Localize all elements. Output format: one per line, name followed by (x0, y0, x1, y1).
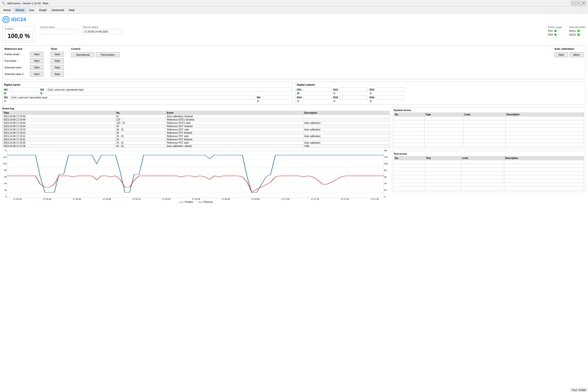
do11-led (578, 30, 580, 32)
di-row1: DI1 DI2 (4, 88, 291, 94)
ref-solenoid-start-btn[interactable]: Start (30, 65, 44, 70)
test-error-row (394, 186, 584, 190)
sys-col-level: Level (463, 113, 506, 116)
di3-input[interactable] (10, 95, 255, 100)
sys-error-row (394, 116, 584, 120)
power-supply-label: Power supply (548, 26, 562, 28)
time-on-device-input[interactable] (82, 29, 122, 34)
legend-pressure: Pressure (198, 201, 213, 203)
event-name: Reference PST: start (166, 141, 303, 144)
chart-area (7, 151, 384, 198)
do5-item: DO5 (333, 95, 368, 102)
operational-btn[interactable]: Operational (71, 52, 94, 57)
menu-device[interactable]: Device (13, 8, 27, 13)
tests-group: Tests Start Start Start Start (50, 48, 64, 77)
di1-input[interactable] (10, 88, 38, 92)
event-log-section: Event log Time No. Event Description 202… (2, 107, 390, 203)
event-no: 124 (115, 118, 166, 122)
ps3-label: PS3 (548, 33, 553, 36)
di4-input[interactable] (263, 95, 291, 100)
maximize-button[interactable]: □ (576, 1, 581, 6)
do4-item: DO4 (297, 95, 332, 102)
controls-section: Reference test Partial stroke Start Full… (2, 45, 586, 79)
event-no: 43 - 31 (115, 128, 166, 131)
test1-start-btn[interactable]: Start (50, 52, 64, 57)
chart-container: % 110 100 80 60 40 20 0 (2, 149, 390, 198)
x-label-1: 17:15:49 (43, 198, 51, 200)
do2-label: DO2 (333, 88, 338, 91)
test3-start-btn[interactable]: Start (50, 65, 64, 70)
do4-input[interactable] (303, 95, 332, 100)
current-action-input[interactable] (40, 29, 78, 34)
test4-start-btn[interactable]: Start (50, 72, 64, 77)
ref-full-label: Full stroke (4, 60, 28, 62)
test-error-row (394, 172, 584, 175)
event-log-row: 2023-24-08 17:18:4523 - 31Reference PST:… (2, 141, 390, 144)
do3-input[interactable] (376, 88, 404, 92)
di2-input[interactable] (46, 88, 291, 92)
y-left-80: 80 (3, 169, 6, 172)
auto-cal-abort-btn[interactable]: Abort (569, 52, 584, 57)
bottom-section: Event log Time No. Event Description 202… (2, 107, 586, 203)
event-time: 2023-24-08 17:19:20 (2, 131, 115, 135)
di1-item: DI1 (4, 88, 38, 94)
do3-item: DO3 (370, 88, 404, 94)
menu-home[interactable]: Home (1, 8, 13, 13)
test4-row: Start (50, 72, 64, 77)
auto-cal-start-btn[interactable]: Start (554, 52, 568, 57)
di4-item: DI4 (257, 95, 291, 102)
event-log-row: 2023-24-08 17:19:49124Reference SOT2: fi… (2, 118, 390, 122)
event-time: 2023-24-08 17:19:49 (2, 118, 115, 122)
ref-partial-start-btn[interactable]: Start (30, 52, 44, 57)
ref-full-start-btn[interactable]: Start (30, 58, 44, 64)
test-error-row (394, 168, 584, 172)
ps1-led (554, 30, 557, 32)
port-label: Port: (572, 389, 578, 392)
title-bar-text: ValConnect - Version 1.21.04 - Beta (7, 2, 48, 5)
system-errors-box: System errors No. Type Level Description (392, 107, 586, 148)
do6-input[interactable] (376, 95, 404, 100)
legend-pressure-line (198, 202, 202, 202)
menu-graph[interactable]: Graph (36, 8, 49, 13)
test3-row: Start (50, 65, 64, 70)
time-on-device-label: Time on device (82, 26, 122, 28)
menu-help[interactable]: Help (66, 8, 77, 13)
event-desc: Auto calibration (303, 135, 390, 138)
x-label-2: 17:15:59 (73, 198, 81, 200)
di2-item: DI2 (40, 88, 291, 94)
y-right-110: 110 (384, 156, 389, 158)
event-name: Reference SOT: start (166, 128, 303, 131)
ps1-label: PS1 (548, 30, 553, 32)
event-desc: Auto calibration (303, 128, 390, 131)
event-no: 24 (115, 138, 166, 141)
do1-input[interactable] (303, 88, 332, 92)
y-right-20: 20 (384, 189, 389, 191)
logo-icon (2, 16, 10, 23)
supply-group: Power supply PS1 PS3 Solenoid valves DO1… (548, 26, 586, 36)
fail-position-btn[interactable]: Fail position (96, 52, 120, 57)
title-bar: 🔧 ValConnect - Version 1.21.04 - Beta ─ … (0, 0, 588, 6)
ref-solenoid2-start-btn[interactable]: Start (30, 72, 44, 77)
minimize-button[interactable]: ─ (571, 1, 576, 6)
menu-live[interactable]: Live (27, 8, 36, 13)
test-error-row (394, 175, 584, 179)
chart-svg (7, 151, 384, 198)
event-name: Reference SOT2: start (166, 122, 303, 125)
test2-start-btn[interactable]: Start (50, 58, 64, 64)
di2-led (40, 92, 42, 94)
digital-inputs-title: Digital inputs (4, 83, 291, 86)
close-button[interactable]: ✕ (582, 1, 586, 6)
main-content: IDC24 Position 100,0 % Current action Ti… (0, 14, 588, 392)
sys-col-type: Type (424, 113, 463, 116)
do2-input[interactable] (340, 88, 368, 92)
event-name: Reference FST: start (166, 135, 303, 138)
do5-input[interactable] (340, 95, 368, 100)
x-label-11: 17:17:29 (341, 198, 349, 200)
menu-advanced[interactable]: Advanced (49, 8, 66, 13)
control-buttons: Operational Fail position (71, 52, 120, 57)
sys-error-row (394, 128, 584, 132)
auto-calibration-group: Auto calibration Start Abort (554, 48, 584, 57)
do3-label: DO3 (370, 88, 375, 91)
sys-error-row (394, 132, 584, 136)
do3-led (370, 92, 372, 94)
